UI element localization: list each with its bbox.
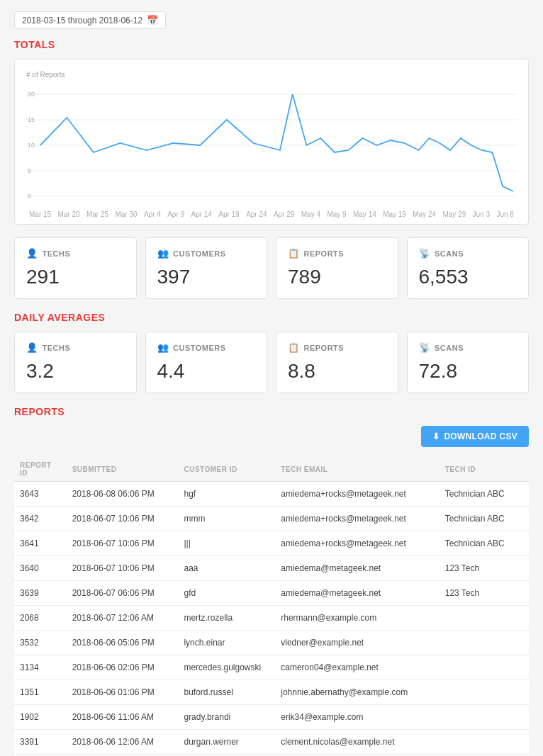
table-cell-8-3: johnnie.abernathy@example.com xyxy=(275,680,439,705)
table-cell-1-3: amiedema+rocks@metageek.net xyxy=(275,507,439,531)
table-cell-10-0: 3391 xyxy=(14,730,67,755)
table-cell-8-1: 2018-06-06 01:06 PM xyxy=(67,680,179,705)
avg-reports-label: REPORTS xyxy=(304,344,345,352)
table-cell-9-1: 2018-06-06 11:06 AM xyxy=(67,705,179,730)
table-cell-9-4 xyxy=(440,705,529,730)
stat-card-techs: 👤 TECHS 291 xyxy=(14,237,137,299)
table-cell-3-3: amiedema@metageek.net xyxy=(275,556,439,581)
avg-card-reports: 📋 REPORTS 8.8 xyxy=(276,332,398,393)
table-cell-2-0: 3641 xyxy=(14,531,67,556)
line-chart-svg: 20 15 10 5 0 xyxy=(26,81,517,209)
table-cell-5-1: 2018-06-07 12:06 AM xyxy=(67,606,179,631)
avg-scans-value: 72.8 xyxy=(419,360,517,383)
table-cell-5-3: rhermann@example.com xyxy=(275,606,439,631)
col-header-tech-email: TECH EMAIL xyxy=(275,457,439,482)
stat-card-customers: 👥 CUSTOMERS 397 xyxy=(145,237,268,299)
col-header-customer-id: CUSTOMER ID xyxy=(178,457,275,482)
svg-text:10: 10 xyxy=(28,142,35,149)
avg-reports-icon: 📋 xyxy=(288,342,300,353)
table-row: 36412018-06-07 10:06 PM|||amiedema+rocks… xyxy=(14,531,529,556)
avg-techs-label: TECHS xyxy=(43,344,71,352)
table-cell-1-4: Technician ABC xyxy=(440,507,529,531)
avg-customers-label: CUSTOMERS xyxy=(173,344,226,352)
reports-icon: 📋 xyxy=(288,248,300,259)
download-btn-label: DOWNLOAD CSV xyxy=(444,431,517,441)
table-row: 19022018-06-06 11:06 AMgrady.brandierik3… xyxy=(14,705,529,730)
table-cell-6-0: 3532 xyxy=(14,631,67,655)
chart-x-axis: Mar 15 Mar 20 Mar 25 Mar 30 Apr 4 Apr 9 … xyxy=(26,210,517,218)
table-body: 36432018-06-08 06:06 PMhgfamiedema+rocks… xyxy=(14,482,529,757)
table-row: 36422018-06-07 10:06 PMmmmamiedema+rocks… xyxy=(14,507,529,531)
table-cell-3-1: 2018-06-07 10:06 PM xyxy=(67,556,179,581)
avg-card-customers: 👥 CUSTOMERS 4.4 xyxy=(145,332,268,393)
table-cell-10-3: clement.nicolas@example.net xyxy=(275,730,439,755)
table-cell-2-1: 2018-06-07 10:06 PM xyxy=(67,531,179,556)
table-cell-1-2: mmm xyxy=(178,507,275,531)
table-cell-6-3: vledner@example.net xyxy=(275,631,439,655)
table-cell-4-4: 123 Tech xyxy=(440,581,529,606)
table-cell-4-1: 2018-06-07 06:06 PM xyxy=(67,581,179,606)
totals-techs-value: 291 xyxy=(26,266,125,288)
totals-scans-label: SCANS xyxy=(435,249,464,258)
chart-y-label: # of Reports xyxy=(26,71,517,79)
customers-icon: 👥 xyxy=(157,248,169,259)
table-cell-0-4: Technician ABC xyxy=(440,482,529,507)
stat-card-scans: 📡 SCANS 6,553 xyxy=(407,237,530,299)
table-cell-5-2: mertz.rozella xyxy=(178,606,275,631)
totals-customers-label: CUSTOMERS xyxy=(173,249,226,258)
table-cell-5-0: 2068 xyxy=(14,606,67,631)
scans-icon: 📡 xyxy=(419,248,431,259)
date-range-selector[interactable]: 2018-03-15 through 2018-06-12 📅 xyxy=(14,11,166,29)
table-cell-6-2: lynch.einar xyxy=(178,631,275,655)
table-cell-0-2: hgf xyxy=(178,482,275,507)
table-cell-9-2: grady.brandi xyxy=(178,705,275,730)
avg-techs-value: 3.2 xyxy=(26,360,125,383)
table-row: 36392018-06-07 06:06 PMgfdamiedema@metag… xyxy=(14,581,529,606)
totals-reports-value: 789 xyxy=(288,266,386,288)
totals-chart: # of Reports 20 15 10 5 0 Mar 15 Mar 20 … xyxy=(14,59,529,225)
avg-scans-icon: 📡 xyxy=(419,342,431,353)
techs-icon: 👤 xyxy=(26,248,38,259)
table-cell-9-3: erik34@example.com xyxy=(275,705,439,730)
totals-reports-label: REPORTS xyxy=(304,249,345,258)
table-cell-7-1: 2018-06-06 02:06 PM xyxy=(67,655,179,680)
date-range-text: 2018-03-15 through 2018-06-12 xyxy=(22,16,142,26)
col-header-report-id: REPORT ID xyxy=(14,457,67,482)
table-row: 36432018-06-08 06:06 PMhgfamiedema+rocks… xyxy=(14,482,529,507)
table-cell-0-3: amiedema+rocks@metageek.net xyxy=(275,482,439,507)
table-cell-8-4 xyxy=(440,680,529,705)
svg-text:0: 0 xyxy=(28,193,31,200)
totals-scans-value: 6,553 xyxy=(419,266,517,288)
table-cell-3-0: 3640 xyxy=(14,556,67,581)
table-cell-1-0: 3642 xyxy=(14,507,67,531)
reports-header: ⬇ DOWNLOAD CSV xyxy=(14,426,529,447)
table-cell-3-2: aaa xyxy=(178,556,275,581)
svg-text:5: 5 xyxy=(28,167,31,174)
table-cell-10-1: 2018-06-06 12:06 AM xyxy=(67,730,179,755)
avg-card-techs: 👤 TECHS 3.2 xyxy=(14,332,137,393)
reports-section: REPORTS ⬇ DOWNLOAD CSV REPORT ID SUBMITT… xyxy=(14,406,529,756)
table-cell-6-1: 2018-06-06 05:06 PM xyxy=(67,631,179,655)
reports-table: REPORT ID SUBMITTED CUSTOMER ID TECH EMA… xyxy=(14,457,529,756)
totals-techs-label: TECHS xyxy=(43,249,71,258)
table-cell-4-3: amiedema@metageek.net xyxy=(275,581,439,606)
totals-customers-value: 397 xyxy=(157,266,256,288)
table-cell-2-2: ||| xyxy=(178,531,275,556)
download-icon: ⬇ xyxy=(432,431,440,441)
page: 2018-03-15 through 2018-06-12 📅 TOTALS #… xyxy=(0,0,543,756)
table-cell-3-4: 123 Tech xyxy=(440,556,529,581)
avg-card-scans: 📡 SCANS 72.8 xyxy=(407,332,530,393)
table-cell-0-0: 3643 xyxy=(14,482,67,507)
avg-scans-label: SCANS xyxy=(435,344,464,352)
table-cell-10-2: durgan.werner xyxy=(178,730,275,755)
table-cell-5-4 xyxy=(440,606,529,631)
table-row: 36402018-06-07 10:06 PMaaaamiedema@metag… xyxy=(14,556,529,581)
table-row: 35322018-06-06 05:06 PMlynch.einarvledne… xyxy=(14,631,529,655)
avg-customers-value: 4.4 xyxy=(157,360,256,383)
totals-stats-grid: 👤 TECHS 291 👥 CUSTOMERS 397 📋 REPORTS 78… xyxy=(14,237,529,299)
col-header-submitted: SUBMITTED xyxy=(67,457,179,482)
table-row: 13512018-06-06 01:06 PMbuford.russeljohn… xyxy=(14,680,529,705)
download-csv-button[interactable]: ⬇ DOWNLOAD CSV xyxy=(421,426,529,447)
table-cell-4-0: 3639 xyxy=(14,581,67,606)
col-header-tech-id: TECH ID xyxy=(440,457,529,482)
